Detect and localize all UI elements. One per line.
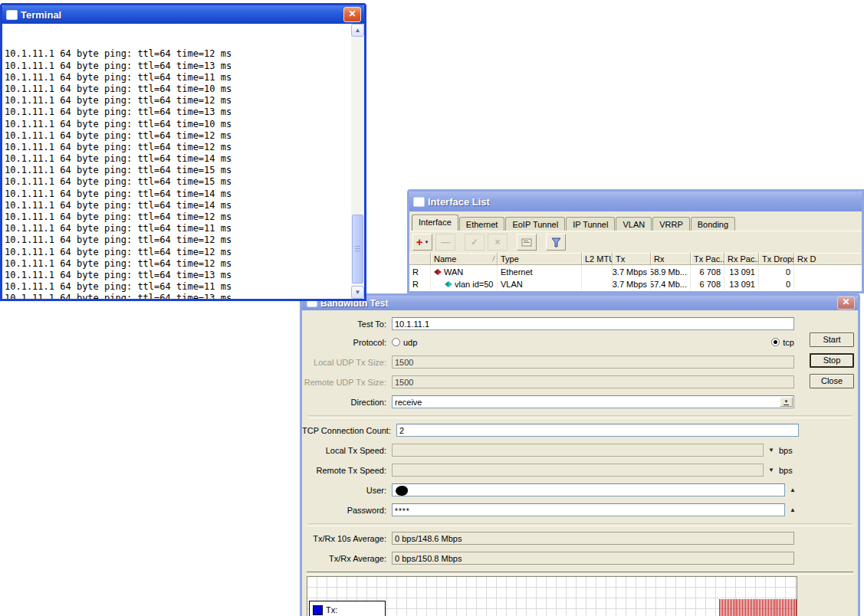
cell: 13 091: [724, 265, 759, 277]
terminal-titlebar[interactable]: Terminal ✕: [2, 5, 364, 24]
terminal-line: 10.1.11.1 64 byte ping: ttl=64 time=12 m…: [5, 258, 351, 270]
chart-legend: Tx: Rx: 152.7 Mbps: [309, 601, 386, 616]
interface-toolbar: +▼ — ✓ ×: [409, 231, 862, 253]
scroll-down-button[interactable]: ▼: [351, 286, 364, 299]
chevron-up-icon[interactable]: ▲: [790, 487, 796, 493]
column-header[interactable]: Rx Pac...: [724, 253, 759, 265]
interface-name-cell: vlan id=50: [431, 277, 498, 290]
window-icon: [6, 10, 18, 20]
chevron-down-icon[interactable]: ▼: [768, 447, 774, 454]
txrx-10s-average-field: 0 bps/148.6 Mbps: [392, 532, 794, 545]
user-input[interactable]: [392, 483, 785, 496]
tcp-connection-count-label: TCP Connection Count:: [302, 426, 396, 435]
column-header[interactable]: [409, 253, 431, 265]
column-header[interactable]: Tx: [613, 253, 651, 265]
remove-button[interactable]: —: [435, 234, 455, 251]
column-header[interactable]: Name/: [431, 253, 498, 265]
terminal-scrollbar[interactable]: ▲ ▼: [351, 24, 364, 299]
column-header[interactable]: L2 MTU: [582, 253, 613, 265]
disable-button[interactable]: ×: [488, 234, 508, 251]
table-row[interactable]: RWANEthernet3.7 Mbps158.9 Mb...6 70813 0…: [409, 265, 862, 277]
comment-button[interactable]: [517, 234, 537, 251]
filter-button[interactable]: [546, 234, 566, 251]
close-icon[interactable]: ✕: [837, 297, 855, 310]
terminal-line: 10.1.11.1 64 byte ping: ttl=64 time=12 m…: [5, 247, 351, 258]
remote-udp-tx-size-input[interactable]: 1500: [392, 375, 794, 388]
terminal-line: 10.1.11.1 64 byte ping: ttl=64 time=14 m…: [5, 200, 351, 211]
column-header[interactable]: Rx: [651, 253, 691, 265]
terminal-line: 10.1.11.1 64 byte ping: ttl=64 time=15 m…: [5, 176, 351, 188]
tab-vlan[interactable]: VLAN: [616, 217, 652, 231]
tab-ethernet[interactable]: Ethernet: [459, 217, 505, 231]
enable-button[interactable]: ✓: [465, 234, 485, 251]
column-header[interactable]: Type: [498, 253, 582, 265]
txrx-average-label: Tx/Rx Average:: [302, 554, 392, 563]
local-udp-tx-size-value: 1500: [395, 358, 413, 367]
password-label: Password:: [302, 506, 392, 515]
direction-label: Direction:: [302, 398, 392, 407]
txrx-average-field: 0 bps/150.8 Mbps: [392, 552, 794, 565]
bandwidth-test-titlebar[interactable]: Bandwidth Test ✕: [302, 296, 858, 310]
add-interface-button[interactable]: +▼: [412, 234, 432, 251]
separator: [307, 523, 853, 526]
terminal-line: 10.1.11.1 64 byte ping: ttl=64 time=13 m…: [5, 106, 351, 118]
terminal-body[interactable]: 10.1.11.1 64 byte ping: ttl=64 time=12 m…: [2, 24, 364, 299]
scrollbar-track[interactable]: [351, 37, 364, 286]
local-udp-tx-size-input[interactable]: 1500: [392, 356, 794, 369]
direction-select[interactable]: receive ▼: [392, 395, 794, 408]
tcp-connection-count-value: 2: [399, 426, 404, 435]
column-header[interactable]: Rx D: [794, 253, 862, 265]
cell: R: [409, 277, 431, 290]
cell: [794, 265, 862, 277]
test-to-input[interactable]: 10.1.11.1: [392, 317, 794, 330]
dropdown-bar: [784, 405, 789, 405]
start-button[interactable]: Start: [810, 333, 854, 347]
password-input[interactable]: ****: [392, 503, 785, 516]
remote-udp-tx-size-label: Remote UDP Tx Size:: [302, 378, 392, 387]
scroll-up-button[interactable]: ▲: [351, 24, 364, 37]
close-button[interactable]: Close: [810, 374, 854, 388]
interface-name: WAN: [444, 267, 463, 277]
interface-table-body: RWANEthernet3.7 Mbps158.9 Mb...6 70813 0…: [409, 265, 862, 290]
cell: [582, 265, 613, 277]
tab-eoip-tunnel[interactable]: EoIP Tunnel: [505, 217, 565, 231]
separator: [307, 572, 853, 575]
tcp-connection-count-input[interactable]: 2: [396, 424, 799, 437]
rx-traffic-bars: [719, 599, 797, 616]
terminal-line: 10.1.11.1 64 byte ping: ttl=64 time=15 m…: [5, 165, 351, 176]
cell: 6 708: [691, 277, 724, 290]
tab-vrrp[interactable]: VRRP: [652, 217, 690, 231]
cell: 6 708: [691, 265, 724, 277]
dropdown-button[interactable]: ▼: [780, 397, 793, 407]
table-row[interactable]: Rvlan id=50VLAN3.7 Mbps157.4 Mb...6 7081…: [409, 277, 862, 290]
tab-ip-tunnel[interactable]: IP Tunnel: [566, 217, 615, 231]
close-icon[interactable]: ✕: [343, 7, 361, 22]
terminal-output: 10.1.11.1 64 byte ping: ttl=64 time=12 m…: [2, 24, 351, 299]
udp-radio[interactable]: [392, 338, 400, 346]
bandwidth-test-body: Test To: 10.1.11.1 Protocol: udp tcp: [302, 310, 858, 616]
terminal-line: 10.1.11.1 64 byte ping: ttl=64 time=12 m…: [5, 130, 351, 142]
column-header[interactable]: Tx Pac...: [691, 253, 724, 265]
column-header[interactable]: Tx Drops: [759, 253, 794, 265]
remote-tx-speed-input[interactable]: [392, 464, 764, 477]
terminal-line: 10.1.11.1 64 byte ping: ttl=64 time=13 m…: [5, 61, 351, 72]
terminal-line: 10.1.11.1 64 byte ping: ttl=64 time=13 m…: [5, 293, 351, 299]
filter-icon: [551, 238, 561, 247]
scrollbar-thumb[interactable]: [352, 215, 363, 283]
interface-list-titlebar[interactable]: Interface List: [409, 192, 862, 211]
chevron-down-icon[interactable]: ▼: [768, 467, 774, 473]
terminal-line: 10.1.11.1 64 byte ping: ttl=64 time=12 m…: [5, 48, 351, 60]
bandwidth-test-window: Bandwidth Test ✕ Test To: 10.1.11.1 Prot…: [300, 293, 860, 616]
tcp-radio[interactable]: [771, 338, 780, 346]
local-tx-speed-input[interactable]: [392, 444, 764, 457]
chevron-up-icon[interactable]: ▲: [790, 506, 796, 513]
tab-interface[interactable]: Interface: [412, 215, 458, 231]
terminal-line: 10.1.11.1 64 byte ping: ttl=64 time=13 m…: [5, 270, 351, 281]
separator: [307, 415, 853, 418]
remote-udp-tx-size-value: 1500: [395, 378, 413, 387]
chevron-down-icon: ▼: [784, 399, 789, 404]
tab-bonding[interactable]: Bonding: [691, 217, 735, 231]
stop-button[interactable]: Stop: [810, 353, 854, 368]
test-to-label: Test To:: [302, 319, 392, 329]
cell: 0: [759, 277, 794, 290]
